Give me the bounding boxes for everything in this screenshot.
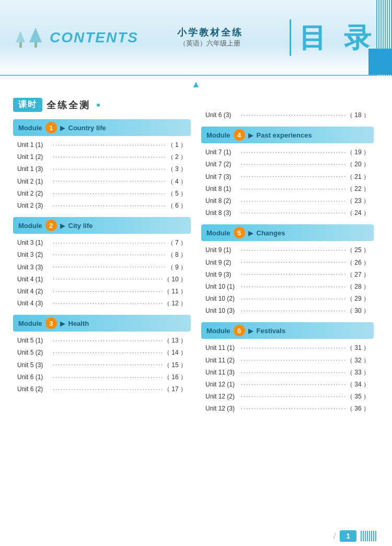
toc-item: Unit 8 (1)······························… (201, 183, 374, 195)
right-column: Unit 6 (3)······························… (201, 95, 374, 415)
toc-item: Unit 4 (2)······························… (13, 286, 191, 298)
module-4-label: Module (206, 131, 230, 139)
footer-slash: / (333, 532, 336, 540)
header-right: 目 录 (299, 24, 376, 51)
module-4-name: Past experiences (257, 131, 312, 139)
toc-item: Unit 9 (1)······························… (201, 244, 374, 256)
module-5-num: 5 (234, 227, 245, 238)
module-3-header: Module 3 ▶ Health (13, 315, 191, 332)
toc-item: Unit 5 (2)······························… (13, 347, 191, 359)
toc-item: Unit 3 (2)······························… (13, 249, 191, 261)
toc-item: Unit 10 (1)·····························… (201, 281, 374, 293)
tree-trunk-small (19, 42, 22, 48)
toc-item: Unit 10 (3)·····························… (201, 305, 374, 317)
toc-item: Unit 6 (1)······························… (13, 371, 191, 383)
keshi-dot (97, 104, 100, 107)
toc-item: Unit 8 (3)······························… (201, 207, 374, 219)
tree-small (16, 31, 25, 48)
title-main: 小学教材全练 (177, 26, 243, 39)
module-3-label: Module (18, 320, 42, 327)
keshi-section: 课时 全练全测 (13, 98, 191, 112)
module-2-label: Module (18, 222, 42, 230)
module-1-name: Country life (68, 124, 106, 132)
toc-item: Unit 2 (2)······························… (13, 188, 191, 200)
module-1-num: 1 (45, 122, 57, 133)
toc-item: Unit 12 (1)·····························… (201, 379, 374, 391)
module-5-name: Changes (257, 229, 285, 237)
blue-block-decoration (368, 49, 392, 75)
header-divider (290, 19, 291, 56)
toc-item: Unit 1 (1)······························… (13, 139, 191, 151)
tree-top-small (16, 31, 25, 42)
module-6-label: Module (206, 327, 230, 335)
module-6-num: 6 (234, 325, 245, 336)
toc-item: Unit 1 (3)······························… (13, 163, 191, 175)
module-4-header: Module 4 ▶ Past experiences (201, 127, 374, 143)
title-cn-big: 目 录 (299, 24, 376, 51)
toc-item: Unit 7 (1)······························… (201, 146, 374, 158)
page-footer: / 1 (333, 530, 376, 542)
toc-item: Unit 4 (1)······························… (13, 274, 191, 286)
toc-item: Unit 9 (3)······························… (201, 269, 374, 281)
module-2-num: 2 (45, 220, 57, 231)
module-6-name: Festivals (257, 327, 286, 335)
toc-item: Unit 12 (2)·····························… (201, 391, 374, 403)
module-3-num: 3 (45, 317, 57, 329)
tree-trunk-large (34, 42, 37, 48)
tree-top-large (29, 28, 42, 42)
toc-item: Unit 12 (3)·····························… (201, 403, 374, 415)
toc-item: Unit 5 (3)······························… (13, 359, 191, 371)
toc-item: Unit 1 (2)······························… (13, 151, 191, 163)
toc-item: Unit 9 (2)······························… (201, 257, 374, 269)
toc-item: Unit 11 (2)·····························… (201, 355, 374, 367)
toc-item: Unit 2 (3)······························… (13, 200, 191, 212)
module-5-header: Module 5 ▶ Changes (201, 224, 374, 241)
module-5-label: Module (206, 229, 230, 237)
tree-large (29, 28, 42, 48)
toc-item: Unit 2 (1)······························… (13, 176, 191, 188)
page-header: CONTENTS 小学教材全练 （英语）六年级上册 目 录 (0, 0, 392, 76)
toc-item: Unit 3 (1)······························… (13, 237, 191, 249)
toc-item-top: Unit 6 (3)······························… (201, 109, 374, 121)
subtitle: （英语）六年级上册 (179, 39, 240, 48)
module-1-header: Module 1 ▶ Country life (13, 119, 191, 136)
toc-item: Unit 11 (1)·····························… (201, 342, 374, 354)
module-6-header: Module 6 ▶ Festivals (201, 322, 374, 339)
toc-item: Unit 6 (2)······························… (13, 383, 191, 395)
module-2-header: Module 2 ▶ City life (13, 217, 191, 234)
toc-item: Unit 8 (2)······························… (201, 195, 374, 207)
toc-item: Unit 3 (3)······························… (13, 261, 191, 274)
footer-barcode (361, 531, 376, 541)
toc-item: Unit 4 (3)······························… (13, 298, 191, 310)
decoration-trees (16, 28, 42, 48)
keshi-text: 全练全测 (47, 99, 90, 111)
module-2-name: City life (68, 222, 93, 230)
left-column: 课时 全练全测 Module 1 ▶ Country life Unit 1 (… (13, 95, 191, 415)
module-4-num: 4 (234, 129, 245, 141)
keshi-badge: 课时 (13, 98, 42, 112)
page-number: 1 (340, 530, 356, 542)
header-arrow: ▲ (0, 79, 392, 90)
toc-item: Unit 5 (1)······························… (13, 335, 191, 347)
toc-item: Unit 11 (3)·····························… (201, 367, 374, 379)
toc-item: Unit 7 (3)······························… (201, 171, 374, 183)
module-1-label: Module (18, 124, 42, 132)
main-content: 课时 全练全测 Module 1 ▶ Country life Unit 1 (… (0, 95, 392, 415)
toc-item: Unit 10 (2)·····························… (201, 293, 374, 305)
module-3-name: Health (68, 320, 89, 327)
contents-label: CONTENTS (50, 29, 139, 46)
toc-item: Unit 7 (2)······························… (201, 158, 374, 170)
header-center: 小学教材全练 （英语）六年级上册 (139, 26, 282, 49)
